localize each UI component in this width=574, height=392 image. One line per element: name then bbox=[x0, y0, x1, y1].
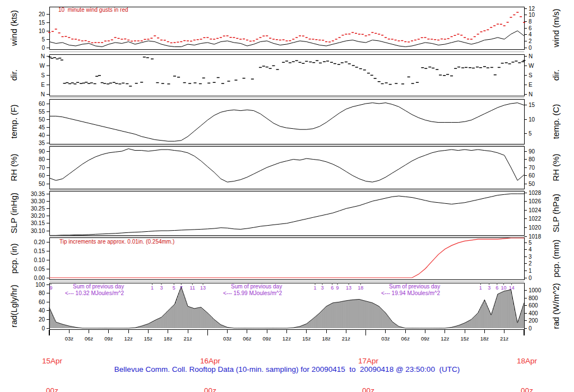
slp-right-tick-label: 1018 bbox=[529, 234, 541, 240]
rh-panel-border bbox=[49, 146, 524, 189]
panel-temp: 35404550556051015temp. (F)temp. (C) bbox=[9, 99, 561, 146]
rh-left-tick-label: 80 bbox=[39, 156, 45, 162]
day-label-15apr: 15Apr 00z bbox=[42, 337, 62, 392]
temp-axis-ticks bbox=[47, 104, 527, 143]
hour-tick-label: 15z bbox=[302, 335, 311, 342]
wind-left-tick-label: 10 bbox=[39, 28, 45, 34]
slp-panel-border bbox=[49, 191, 524, 235]
rh-left-tick-label: 70 bbox=[39, 165, 45, 171]
wind-gusts-scatter bbox=[48, 12, 525, 43]
hour-tick-label: 12z bbox=[124, 335, 133, 342]
slp-right-tick-label: 1022 bbox=[529, 216, 541, 222]
dir-left-tick-label: N bbox=[41, 91, 45, 97]
pcp-axis-ticks bbox=[47, 242, 527, 278]
wind-left-tick-label: 20 bbox=[39, 11, 45, 17]
day-label-17apr: 17Apr 00z bbox=[358, 337, 378, 392]
rh-left-tick-label: 60 bbox=[39, 172, 45, 179]
rh-right-axis-title: RH (%) bbox=[551, 153, 561, 181]
rad-left-tick-label: 60 bbox=[39, 299, 45, 305]
pcp-left-tick-label: 0.20 bbox=[34, 239, 45, 245]
hour-tick-label: 03z bbox=[223, 335, 232, 342]
rh-left-axis-title: RH (%) bbox=[9, 153, 18, 181]
hour-tick-label: 06z bbox=[401, 335, 410, 342]
temp-left-tick-label: 50 bbox=[39, 116, 45, 123]
temp-panel-border bbox=[49, 99, 524, 144]
slp-left-tick-label: 30.15 bbox=[31, 220, 45, 226]
slp-left-axis-title: SLP (inHg) bbox=[9, 193, 18, 234]
temp-line bbox=[49, 103, 524, 142]
wind-right-axis-title: wind (m/s) bbox=[551, 8, 561, 48]
wind-speed-line bbox=[49, 31, 524, 47]
radiation-milestone-label: 14 bbox=[509, 285, 515, 291]
radiation-milestone-label: 13 bbox=[346, 285, 351, 291]
radiation-milestone-label: 6 bbox=[496, 285, 498, 291]
slp-left-tick-label: 30.25 bbox=[31, 206, 45, 212]
slp-axis-ticks bbox=[47, 193, 527, 236]
hour-tick-label: 03z bbox=[65, 335, 74, 342]
radiation-milestone-label: 9 bbox=[336, 285, 339, 291]
wind-left-tick-label: 5 bbox=[41, 36, 45, 43]
dir-left-tick-label: N bbox=[41, 53, 45, 59]
rad-right-axis-title: rad (W/m^2) bbox=[551, 283, 561, 329]
temp-right-tick-label: 15 bbox=[529, 102, 535, 108]
rh-right-tick-label: 90 bbox=[529, 148, 535, 155]
rh-right-tick-label: 70 bbox=[529, 165, 535, 171]
dir-right-tick-label: W bbox=[529, 63, 534, 69]
temp-left-axis-title: temp. (F) bbox=[9, 105, 18, 139]
pcp-right-tick-label: 1 bbox=[529, 268, 532, 274]
pcp-left-axis-title: pcp. (in) bbox=[9, 243, 18, 273]
wind-left-axis-title: wind (kts) bbox=[9, 10, 18, 46]
dir-left-tick-label: E bbox=[41, 82, 45, 88]
hour-tick-label: 18z bbox=[322, 335, 331, 342]
page-title: Bellevue Comm. Coll. Rooftop Data (10-mi… bbox=[0, 365, 574, 374]
panel-slp: 30.1030.1530.2030.2530.3030.351018102010… bbox=[9, 190, 561, 240]
rad-right-tick-label: 0 bbox=[529, 325, 532, 332]
x-axis: 03z06z09z12z15z18z21z03z06z09z12z15z18z2… bbox=[49, 330, 524, 342]
panel-separators bbox=[49, 52, 524, 282]
hour-tick-label: 06z bbox=[243, 335, 252, 342]
panel-rh: 50607080905060708090RH (%)RH (%) bbox=[9, 146, 561, 189]
tip-increment-note: Tip increments are approx. 0.01in. (0.25… bbox=[59, 239, 174, 245]
wind-right-tick-label: 6 bbox=[529, 25, 532, 31]
sum-note-3-line2: <--- 19.94 MJoules/m^2 bbox=[381, 290, 440, 296]
wind-right-tick-label: 8 bbox=[529, 18, 532, 25]
rad-right-tick-label: 600 bbox=[529, 302, 538, 309]
weather-strip-chart: 05101520024681012wind (kts)wind (m/s)NWS… bbox=[0, 0, 574, 392]
wind-left-tick-label: 0 bbox=[41, 45, 45, 51]
slp-right-tick-label: 1024 bbox=[529, 207, 541, 213]
hour-tick-label: 18z bbox=[164, 335, 173, 342]
pcp-left-tick-label: 0.10 bbox=[34, 257, 45, 263]
hour-tick-label: 12z bbox=[283, 335, 291, 342]
wind-left-tick-label: 15 bbox=[39, 20, 45, 26]
temp-left-tick-label: 40 bbox=[39, 132, 45, 138]
hour-tick-label: 15z bbox=[460, 335, 469, 342]
wind-right-tick-label: 0 bbox=[529, 45, 532, 51]
sum-note-1-line2: <--- 10.32 MJoules/m^2 bbox=[65, 290, 124, 296]
hour-tick-label: 03z bbox=[381, 335, 390, 342]
hour-tick-label: 15z bbox=[144, 335, 153, 342]
pcp-left-tick-label: 0.00 bbox=[34, 275, 45, 281]
radiation-milestone-label: 10 bbox=[501, 285, 507, 291]
radiation-milestone-label: 1 bbox=[314, 285, 317, 291]
temp-right-axis-title: temp. (C) bbox=[551, 104, 561, 139]
wind-right-tick-label: 4 bbox=[529, 31, 532, 38]
pcp-right-axis-title: pcp. (mm) bbox=[551, 240, 561, 278]
rad-left-tick-label: 80 bbox=[39, 290, 45, 296]
rh-line bbox=[49, 149, 524, 183]
pcp-right-tick-label: 2 bbox=[529, 260, 532, 267]
sum-note-3-line1: Sum of previous day bbox=[389, 283, 440, 290]
hour-tick-label: 21z bbox=[183, 335, 192, 342]
slp-left-tick-label: 30.10 bbox=[31, 228, 45, 234]
rad-right-tick-label: 1000 bbox=[529, 287, 541, 293]
hour-tick-label: 21z bbox=[342, 335, 351, 342]
pcp-left-tick-label: 0.15 bbox=[34, 248, 45, 254]
hour-tick-label: 09z bbox=[263, 335, 272, 342]
radiation-milestone-label: 3 bbox=[321, 285, 324, 291]
wind-right-tick-label: 10 bbox=[529, 12, 535, 18]
dir-left-tick-label: W bbox=[40, 63, 45, 69]
radiation-milestone-label: 18 bbox=[358, 285, 363, 291]
wind-direction-scatter bbox=[49, 57, 526, 86]
sum-note-1-line1: Sum of previous day bbox=[73, 283, 124, 290]
temp-right-tick-label: 5 bbox=[529, 130, 532, 137]
rad-left-axis-title: rad(Lgly/hr) bbox=[9, 284, 18, 328]
